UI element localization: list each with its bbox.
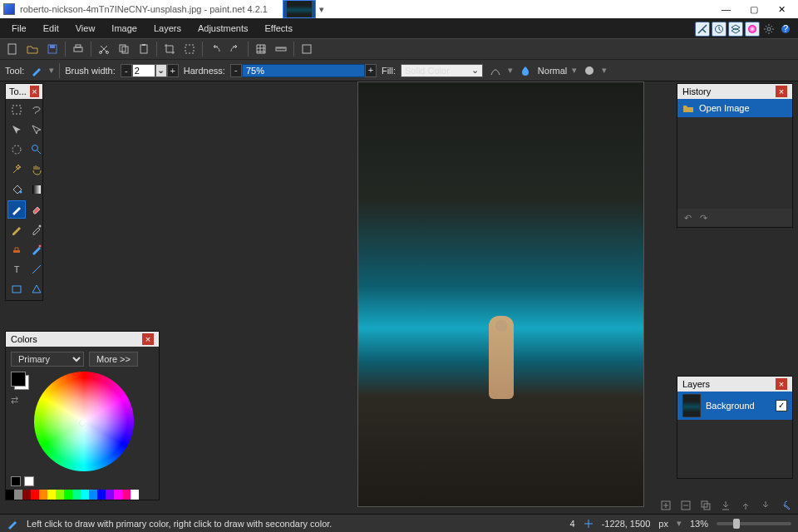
merge-down-icon[interactable]	[718, 498, 733, 513]
magic-wand-tool[interactable]	[7, 160, 26, 179]
history-item[interactable]: Open Image	[677, 99, 792, 117]
menu-adjustments[interactable]: Adjustments	[190, 20, 257, 37]
swap-colors-icon[interactable]: ⇄	[11, 395, 22, 403]
palette-swatch[interactable]	[14, 490, 22, 500]
palette-swatch[interactable]	[97, 490, 106, 500]
history-panel-title[interactable]: History ×	[677, 84, 792, 99]
palette-swatch[interactable]	[114, 490, 122, 500]
brush-width-inc[interactable]: +	[167, 64, 179, 77]
tools-panel-close-icon[interactable]: ×	[30, 86, 39, 97]
colors-more-button[interactable]: More >>	[89, 352, 138, 367]
palette-swatch[interactable]	[106, 490, 114, 500]
line-tool[interactable]	[27, 260, 46, 278]
palette-swatch[interactable]	[72, 490, 81, 500]
zoom-slider-knob[interactable]	[733, 519, 740, 529]
zoom-slider[interactable]	[717, 522, 791, 525]
primary-color-swatch[interactable]	[11, 372, 26, 387]
tools-toggle-icon[interactable]	[695, 22, 710, 37]
colors-panel-title[interactable]: Colors ×	[6, 332, 159, 347]
lasso-tool[interactable]	[27, 101, 46, 119]
delete-layer-icon[interactable]	[678, 498, 693, 513]
palette-swatch[interactable]	[131, 490, 139, 500]
menu-image[interactable]: Image	[103, 20, 145, 37]
add-color-icon[interactable]	[11, 476, 21, 486]
hardness-input[interactable]	[242, 64, 365, 77]
crop-icon[interactable]	[162, 42, 177, 57]
history-panel-close-icon[interactable]: ×	[776, 86, 787, 97]
palette-swatch[interactable]	[81, 490, 89, 500]
print-icon[interactable]	[71, 42, 86, 57]
menu-layers[interactable]: Layers	[145, 20, 190, 37]
colors-panel-close-icon[interactable]: ×	[142, 333, 154, 345]
palette-swatch[interactable]	[6, 490, 14, 500]
menu-effects[interactable]: Effects	[257, 20, 301, 37]
clone-stamp-tool[interactable]	[7, 240, 26, 259]
zoom-tool[interactable]	[27, 140, 46, 159]
palette-swatch[interactable]	[47, 490, 56, 500]
palette-swatch[interactable]	[89, 490, 97, 500]
recolor-tool[interactable]	[27, 240, 46, 259]
palette-swatch[interactable]	[56, 490, 64, 500]
rectangle-tool[interactable]	[7, 280, 26, 298]
eraser-tool[interactable]	[27, 200, 46, 219]
layer-properties-icon[interactable]	[778, 498, 793, 513]
palette-swatch[interactable]	[122, 490, 131, 500]
move-layer-down-icon[interactable]	[758, 498, 773, 513]
layers-toggle-icon[interactable]	[728, 22, 743, 37]
color-wheel[interactable]	[34, 372, 134, 471]
history-toggle-icon[interactable]	[712, 22, 727, 37]
canvas-image[interactable]	[357, 81, 644, 507]
active-tool-icon[interactable]	[29, 63, 44, 78]
paint-bucket-tool[interactable]	[7, 180, 26, 199]
pan-tool[interactable]	[27, 160, 46, 179]
paintbrush-tool[interactable]	[7, 200, 26, 219]
move-layer-up-icon[interactable]	[738, 498, 753, 513]
hardness-dec[interactable]: -	[230, 64, 242, 77]
palette-swatch[interactable]	[22, 490, 31, 500]
manage-palette-icon[interactable]	[24, 476, 34, 486]
gradient-tool[interactable]	[27, 180, 46, 199]
duplicate-layer-icon[interactable]	[698, 498, 713, 513]
antialias-icon[interactable]	[488, 63, 503, 78]
brush-width-input[interactable]	[132, 64, 155, 77]
ellipse-select-tool[interactable]	[7, 140, 26, 159]
color-picker-tool[interactable]	[27, 220, 46, 239]
move-tool[interactable]	[7, 121, 26, 139]
new-icon[interactable]	[5, 42, 20, 57]
open-icon[interactable]	[25, 42, 40, 57]
copy-icon[interactable]	[116, 42, 131, 57]
layer-visibility-checkbox[interactable]: ✓	[776, 400, 787, 411]
cut-icon[interactable]	[96, 42, 111, 57]
overwrite-icon[interactable]	[582, 63, 597, 78]
brush-width-caret[interactable]: ⌄	[155, 64, 167, 77]
colors-toggle-icon[interactable]	[745, 22, 760, 37]
shapes-tool[interactable]	[27, 280, 46, 298]
menu-edit[interactable]: Edit	[35, 20, 67, 37]
minimize-button[interactable]: —	[722, 4, 732, 14]
layers-panel-close-icon[interactable]: ×	[776, 378, 787, 390]
pencil-tool[interactable]	[7, 220, 26, 239]
layers-panel-title[interactable]: Layers ×	[677, 377, 792, 392]
document-tab[interactable]	[283, 0, 316, 18]
history-redo-icon[interactable]: ↷	[700, 213, 707, 224]
palette-swatch[interactable]	[64, 490, 72, 500]
text-tool[interactable]: T	[7, 260, 26, 278]
add-layer-icon[interactable]	[658, 498, 673, 513]
save-icon[interactable]	[45, 42, 60, 57]
history-undo-icon[interactable]: ↶	[684, 213, 692, 224]
menu-view[interactable]: View	[67, 20, 104, 37]
rect-select-tool[interactable]	[7, 101, 26, 119]
help-icon[interactable]: ?	[778, 22, 793, 37]
ruler-icon[interactable]	[273, 42, 288, 57]
paste-icon[interactable]	[136, 42, 151, 57]
palette-swatch[interactable]	[39, 490, 47, 500]
brush-width-dec[interactable]: -	[121, 64, 132, 77]
hardness-inc[interactable]: +	[365, 64, 377, 77]
document-tab-dropdown[interactable]: ▾	[316, 0, 328, 18]
close-button[interactable]: ✕	[778, 4, 788, 14]
maximize-button[interactable]: ▢	[750, 4, 760, 14]
blend-icon[interactable]	[518, 63, 533, 78]
tools-panel-title[interactable]: To... ×	[6, 84, 42, 99]
settings-icon[interactable]	[761, 22, 776, 37]
palette-strip[interactable]	[6, 490, 159, 500]
